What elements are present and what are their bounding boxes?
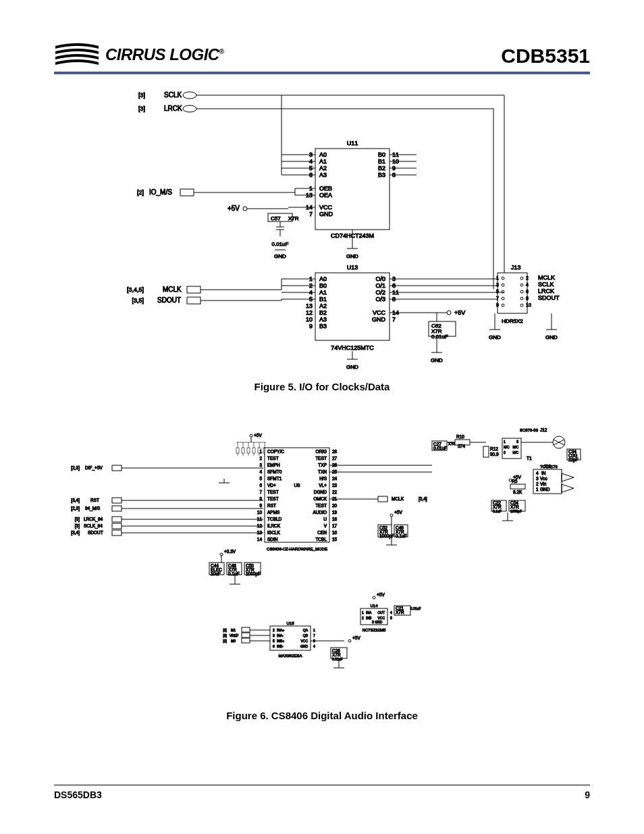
svg-text:10: 10 [306, 316, 313, 323]
svg-text:10: 10 [526, 303, 531, 307]
svg-text:RST: RST [267, 503, 276, 508]
svg-text:SDOUT: SDOUT [88, 530, 103, 535]
doc-number: DS565DB3 [54, 789, 102, 800]
svg-text:OMCK: OMCK [314, 496, 327, 501]
svg-text:0.01uF: 0.01uF [431, 334, 448, 340]
svg-text:IN: IN [541, 471, 546, 475]
svg-text:84_M/S: 84_M/S [85, 506, 101, 511]
svg-text:8: 8 [259, 496, 262, 501]
svg-text:Vcc: Vcc [540, 476, 548, 481]
svg-text:DGND: DGND [314, 490, 327, 494]
svg-text:[3,4,5]: [3,4,5] [127, 286, 144, 293]
svg-text:19: 19 [332, 510, 338, 515]
svg-point-2 [183, 92, 196, 99]
svg-text:COPY/C: COPY/C [267, 449, 284, 454]
svg-text:X7R: X7R [332, 652, 341, 657]
svg-rect-347 [510, 484, 525, 489]
svg-text:A0: A0 [319, 151, 327, 158]
svg-text:3: 3 [504, 450, 506, 454]
fig5-input-sdout: [3,5] SDOUT [132, 296, 281, 304]
svg-text:INB: INB [366, 616, 372, 620]
brand-logo: CIRRUS LOGIC® [54, 42, 224, 68]
svg-text:EMPH: EMPH [267, 463, 280, 467]
fig6-u14: U14 1INA 2INB OUT4 VCC5 3 GND NC7SZ32M5 … [360, 592, 421, 632]
svg-rect-112 [187, 286, 200, 293]
svg-text:X7R: X7R [288, 215, 299, 221]
svg-rect-200 [247, 448, 250, 453]
svg-text:0.01uF: 0.01uF [332, 657, 343, 661]
svg-text:7: 7 [313, 633, 315, 637]
svg-text:+5V: +5V [454, 309, 465, 316]
svg-text:J12: J12 [540, 427, 547, 432]
svg-text:18: 18 [332, 517, 338, 521]
svg-text:CEN: CEN [317, 530, 327, 535]
svg-text:X7R: X7R [510, 504, 519, 509]
svg-rect-407 [242, 638, 250, 643]
svg-text:3: 3 [273, 633, 275, 637]
svg-text:VL+: VL+ [319, 483, 327, 488]
svg-text:7: 7 [392, 316, 396, 323]
svg-text:B0: B0 [319, 282, 327, 289]
fig6-u15: U15 2INA+ 3INA- 5INB+ 6INB- QA1 QB7 VCC8… [223, 621, 360, 668]
figure-5-caption: Figure 5. I/O for Clocks/Data [54, 381, 590, 392]
svg-text:J13: J13 [511, 264, 521, 271]
svg-text:SCLK_84: SCLK_84 [84, 523, 103, 529]
product-name: CDB5351 [501, 45, 590, 68]
svg-text:4: 4 [526, 282, 529, 287]
svg-text:[3]: [3] [138, 105, 145, 112]
brand-name: CIRRUS LOGIC® [105, 45, 224, 64]
svg-text:5: 5 [259, 476, 262, 481]
svg-rect-169 [112, 465, 122, 471]
svg-text:SDIN: SDIN [267, 537, 278, 542]
svg-text:0.01uF: 0.01uF [433, 446, 447, 450]
svg-text:X7R: X7R [396, 610, 404, 615]
svg-text:OUT: OUT [377, 610, 385, 615]
svg-text:22pF: 22pF [568, 457, 579, 463]
svg-text:N/C: N/C [512, 450, 518, 454]
svg-text:17: 17 [332, 523, 338, 528]
svg-text:TOTX173: TOTX173 [540, 465, 558, 469]
svg-text:LRCK: LRCK [538, 288, 554, 294]
svg-text:374: 374 [458, 444, 465, 448]
svg-text:INA: INA [366, 610, 372, 615]
svg-text:5: 5 [390, 616, 392, 620]
fig5-j13: J13 1 3 5 7 9 2 4 6 8 10 H [489, 264, 560, 340]
svg-text:INA-: INA- [277, 633, 284, 637]
svg-text:RST: RST [90, 498, 99, 502]
svg-text:A0: A0 [319, 276, 327, 282]
svg-text:14: 14 [257, 537, 263, 542]
brand-text: CIRRUS LOGIC [105, 45, 219, 63]
svg-text:7: 7 [309, 211, 313, 217]
svg-rect-50 [180, 189, 194, 196]
svg-text:A2: A2 [319, 165, 327, 172]
svg-text:TCBL: TCBL [315, 537, 327, 542]
brand-reg-icon: ® [219, 48, 224, 55]
svg-text:A2: A2 [319, 303, 327, 309]
svg-text:T1: T1 [527, 456, 532, 461]
svg-rect-189 [112, 530, 122, 536]
svg-text:7: 7 [496, 296, 499, 301]
fig5-u11: U11 A03 A14 A25 A36 OEB1 OEA13 VCC14 GND… [281, 140, 417, 239]
svg-text:2: 2 [362, 616, 364, 620]
svg-text:TXN: TXN [318, 469, 327, 474]
svg-text:13: 13 [257, 530, 263, 535]
svg-text:H/S: H/S [319, 476, 327, 481]
page-footer: DS565DB3 9 [54, 785, 590, 800]
svg-text:2: 2 [536, 481, 539, 486]
svg-text:MAX962ESA: MAX962ESA [278, 654, 302, 658]
svg-text:0.1uF: 0.1uF [228, 571, 240, 576]
svg-text:4: 4 [259, 469, 262, 474]
svg-text:U11: U11 [347, 140, 358, 147]
svg-rect-271 [378, 496, 387, 502]
brand-mark-icon [54, 42, 101, 68]
svg-text:R5: R5 [512, 479, 518, 484]
svg-text:TCBLD: TCBLD [267, 517, 282, 521]
svg-text:TXP: TXP [318, 463, 327, 467]
svg-text:VD+: VD+ [267, 483, 276, 488]
svg-text:INB+: INB+ [277, 639, 284, 643]
svg-text:GND: GND [431, 357, 443, 363]
svg-point-54 [243, 207, 247, 211]
svg-text:+5V: +5V [394, 510, 402, 515]
svg-text:INA+: INA+ [277, 628, 284, 632]
svg-text:R12: R12 [490, 446, 498, 451]
